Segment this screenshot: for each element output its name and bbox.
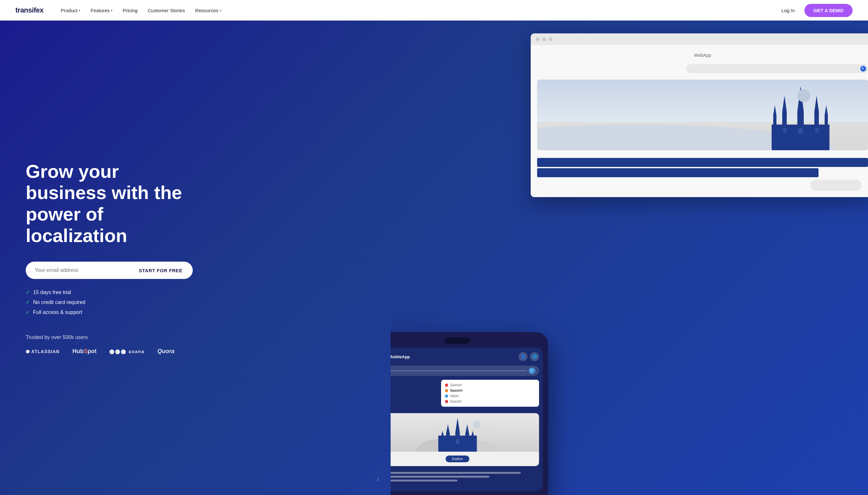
svg-rect-4 bbox=[782, 112, 787, 124]
svg-marker-20 bbox=[446, 424, 450, 434]
phone-cathedral-icon bbox=[390, 416, 539, 452]
check-icon: ✓ bbox=[26, 289, 30, 295]
svg-rect-10 bbox=[824, 115, 828, 124]
phone-header: MobileApp 👤 🌐 bbox=[390, 352, 539, 362]
hero-form: START FOR FREE bbox=[26, 262, 203, 279]
atlassian-logo: ⬟ ATLASSIAN bbox=[26, 349, 60, 354]
hero-section: Grow your business with the power of loc… bbox=[0, 0, 868, 495]
trust-section: Trusted by over 500k users ⬟ ATLASSIAN H… bbox=[26, 335, 203, 355]
browser-search-bar[interactable]: 🔍 bbox=[686, 64, 868, 73]
svg-rect-6 bbox=[814, 112, 819, 124]
svg-rect-13 bbox=[815, 128, 819, 133]
svg-marker-18 bbox=[455, 418, 460, 432]
check-icon: ✓ bbox=[26, 299, 30, 305]
svg-rect-12 bbox=[783, 128, 787, 133]
nav-customer-stories-label: Customer Stories bbox=[148, 8, 185, 13]
phone-bar bbox=[390, 472, 521, 474]
perk-free-trial: ✓ 15 days free trial bbox=[26, 289, 203, 295]
svg-marker-9 bbox=[824, 105, 828, 115]
browser-dot bbox=[549, 37, 553, 41]
perk-no-credit-card: ✓ No credit card required bbox=[26, 299, 203, 305]
svg-rect-23 bbox=[465, 434, 469, 439]
trust-label: Trusted by over 500k users bbox=[26, 335, 203, 340]
asana-logo: ⬤⬤⬤ asana bbox=[109, 349, 145, 354]
language-dropdown[interactable]: Spanish Spanich Italian Spanish bbox=[441, 380, 539, 407]
lang-flag-dot bbox=[445, 389, 448, 392]
svg-marker-25 bbox=[471, 431, 474, 437]
svg-marker-7 bbox=[773, 105, 777, 115]
hero-title: Grow your business with the power of loc… bbox=[26, 161, 203, 246]
phone-app-name-label: MobileApp bbox=[390, 354, 410, 359]
browser-body: WebApp 🔍 bbox=[531, 45, 868, 197]
check-icon: ✓ bbox=[26, 309, 30, 315]
get-demo-button[interactable]: GET A DEMO bbox=[804, 4, 853, 17]
nav-item-customer-stories[interactable]: Customer Stories bbox=[143, 5, 189, 16]
nav-actions: Log In GET A DEMO bbox=[777, 4, 853, 17]
svg-rect-26 bbox=[455, 439, 460, 444]
nav-product-label: Product bbox=[61, 8, 78, 13]
phone-image bbox=[390, 413, 539, 452]
hubspot-logo: HubSpot bbox=[72, 348, 96, 355]
phone-content-area: Explore bbox=[390, 413, 539, 466]
phone-search-icon: 🔍 bbox=[529, 368, 535, 374]
perk-full-access: ✓ Full access & support bbox=[26, 309, 203, 315]
svg-rect-11 bbox=[798, 128, 803, 134]
browser-dot bbox=[536, 37, 540, 41]
email-input[interactable] bbox=[26, 262, 129, 279]
browser-bar bbox=[531, 33, 868, 45]
webapp-label: WebApp bbox=[694, 53, 711, 58]
navbar: transifex Product ▾ Features ▾ Pricing C… bbox=[0, 0, 868, 20]
phone-icons: 👤 🌐 bbox=[518, 352, 539, 361]
hero-illustration: WebApp 🔍 bbox=[390, 20, 868, 495]
nav-links: Product ▾ Features ▾ Pricing Customer St… bbox=[56, 5, 777, 16]
phone-notch bbox=[445, 337, 470, 344]
svg-marker-22 bbox=[465, 424, 469, 434]
svg-marker-24 bbox=[441, 431, 444, 437]
lang-flag-dot bbox=[445, 400, 448, 403]
chevron-down-icon: ▾ bbox=[79, 8, 80, 12]
svg-point-27 bbox=[473, 421, 481, 428]
phone-search-bar[interactable]: 🔍 bbox=[390, 365, 539, 376]
svg-rect-21 bbox=[446, 434, 450, 439]
hero-perks: ✓ 15 days free trial ✓ No credit card re… bbox=[26, 289, 203, 315]
nav-features-label: Features bbox=[90, 8, 110, 13]
chevron-down-icon: ▾ bbox=[220, 8, 221, 12]
lang-flag-dot bbox=[445, 394, 448, 398]
quora-logo: Quora bbox=[157, 348, 174, 355]
nav-logo[interactable]: transifex bbox=[15, 6, 44, 14]
svg-marker-3 bbox=[782, 96, 787, 112]
nav-item-pricing[interactable]: Pricing bbox=[118, 5, 142, 16]
nav-item-features[interactable]: Features ▾ bbox=[86, 5, 117, 16]
scroll-down-hint[interactable]: ↓ bbox=[376, 475, 379, 482]
svg-rect-8 bbox=[773, 115, 777, 124]
nav-pricing-label: Pricing bbox=[123, 8, 137, 13]
lang-item: Italian bbox=[444, 393, 536, 399]
chevron-down-icon: ▾ bbox=[111, 8, 113, 12]
nav-resources-label: Resources bbox=[195, 8, 218, 13]
browser-dot bbox=[542, 37, 546, 41]
phone-bar bbox=[390, 480, 457, 481]
trust-logos: ⬟ ATLASSIAN HubSpot ⬤⬤⬤ asana Quora bbox=[26, 348, 203, 355]
phone-cta-button[interactable]: Explore bbox=[446, 456, 469, 462]
lang-item: Spanish bbox=[444, 399, 536, 404]
lang-item: Spanish bbox=[444, 382, 536, 388]
phone-footer bbox=[390, 466, 539, 487]
svg-rect-19 bbox=[455, 432, 460, 439]
nav-item-resources[interactable]: Resources ▾ bbox=[191, 5, 226, 16]
search-icon: 🔍 bbox=[860, 66, 866, 72]
lang-item: Spanich bbox=[444, 388, 536, 393]
nav-item-product[interactable]: Product ▾ bbox=[56, 5, 85, 16]
lang-flag-dot bbox=[445, 383, 448, 387]
globe-icon: 🌐 bbox=[530, 352, 539, 361]
browser-mockup: WebApp 🔍 bbox=[531, 33, 868, 197]
svg-rect-2 bbox=[797, 112, 804, 124]
svg-marker-5 bbox=[814, 96, 819, 112]
login-button[interactable]: Log In bbox=[777, 5, 799, 16]
hero-content: Grow your business with the power of loc… bbox=[0, 135, 218, 381]
phone-bar bbox=[390, 476, 489, 478]
start-free-button[interactable]: START FOR FREE bbox=[129, 262, 193, 279]
phone-mockup: MobileApp 👤 🌐 🔍 bbox=[390, 332, 548, 495]
phone-screen: MobileApp 👤 🌐 🔍 bbox=[390, 348, 543, 491]
profile-icon: 👤 bbox=[518, 352, 528, 361]
